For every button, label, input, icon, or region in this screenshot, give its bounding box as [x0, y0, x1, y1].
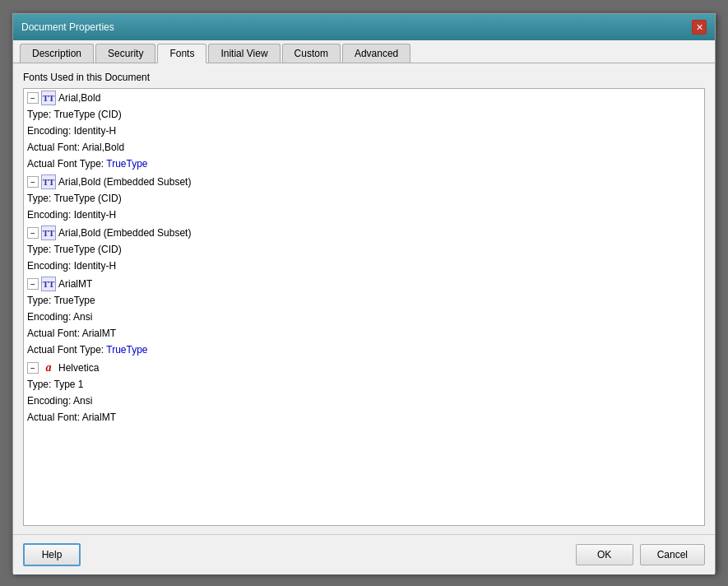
font-prop-0-0: Type: TrueType (CID) [24, 106, 704, 123]
title-bar: Document Properties ✕ [13, 14, 715, 40]
font-item-2: −TTArial,Bold (Embedded Subset)Type: Tru… [24, 224, 704, 275]
font-prop-1-1: Encoding: Identity-H [24, 207, 704, 223]
tab-advanced[interactable]: Advanced [342, 44, 410, 63]
font-item-1: −TTArial,Bold (Embedded Subset)Type: Tru… [24, 173, 704, 224]
font-prop-4-1: Encoding: Ansi [24, 393, 704, 409]
font-row-2[interactable]: −TTArial,Bold (Embedded Subset) [24, 225, 704, 241]
button-bar: Help OK Cancel [13, 534, 715, 574]
font-name-4: Helvetica [58, 362, 99, 374]
document-properties-dialog: Document Properties ✕ DescriptionSecurit… [12, 13, 716, 573]
font-item-4: −aHelveticaType: Type 1Encoding: AnsiAct… [24, 359, 704, 426]
font-prop-0-2: Actual Font: Arial,Bold [24, 139, 704, 156]
font-row-3[interactable]: −TTArialMT [24, 276, 704, 292]
font-icon-4: a [41, 360, 56, 375]
font-prop-4-2: Actual Font: ArialMT [24, 409, 704, 426]
font-icon-1: TT [41, 174, 56, 189]
fonts-tree: −TTArial,BoldType: TrueType (CID)Encodin… [23, 88, 705, 526]
tab-security[interactable]: Security [95, 44, 155, 63]
content-area: Fonts Used in this Document −TTArial,Bol… [13, 63, 715, 534]
collapse-btn-4[interactable]: − [27, 362, 39, 374]
font-prop-3-1: Encoding: Ansi [24, 309, 704, 325]
tab-custom[interactable]: Custom [282, 44, 341, 63]
font-name-3: ArialMT [58, 278, 92, 290]
font-icon-0: TT [41, 91, 56, 105]
font-prop-1-0: Type: TrueType (CID) [24, 190, 704, 207]
font-row-4[interactable]: −aHelvetica [24, 360, 704, 376]
tabs-container: DescriptionSecurityFontsInitial ViewCust… [13, 40, 715, 63]
font-prop-2-1: Encoding: Identity-H [24, 258, 704, 274]
ok-button[interactable]: OK [576, 544, 633, 565]
font-item-3: −TTArialMTType: TrueTypeEncoding: AnsiAc… [24, 275, 704, 359]
font-name-1: Arial,Bold (Embedded Subset) [58, 176, 191, 188]
tab-initial-view[interactable]: Initial View [208, 44, 280, 63]
tab-fonts[interactable]: Fonts [157, 44, 206, 63]
font-icon-2: TT [41, 226, 56, 240]
font-icon-3: TT [41, 277, 56, 291]
help-button[interactable]: Help [23, 543, 81, 566]
dialog-title: Document Properties [21, 21, 114, 33]
tab-description[interactable]: Description [20, 44, 94, 63]
font-row-0[interactable]: −TTArial,Bold [24, 90, 704, 106]
font-name-2: Arial,Bold (Embedded Subset) [58, 227, 191, 239]
cancel-button[interactable]: Cancel [640, 544, 705, 565]
tree-scroll-area[interactable]: −TTArial,BoldType: TrueType (CID)Encodin… [24, 89, 704, 525]
font-row-1[interactable]: −TTArial,Bold (Embedded Subset) [24, 174, 704, 190]
font-prop-0-3: Actual Font Type: TrueType [24, 156, 704, 172]
font-prop-3-0: Type: TrueType [24, 292, 704, 309]
close-button[interactable]: ✕ [692, 20, 707, 35]
font-prop-2-0: Type: TrueType (CID) [24, 241, 704, 258]
section-label: Fonts Used in this Document [23, 72, 705, 83]
collapse-btn-3[interactable]: − [27, 278, 39, 290]
font-name-0: Arial,Bold [58, 92, 100, 104]
font-prop-4-0: Type: Type 1 [24, 376, 704, 393]
collapse-btn-2[interactable]: − [27, 227, 39, 239]
collapse-btn-0[interactable]: − [27, 92, 39, 104]
font-prop-3-3: Actual Font Type: TrueType [24, 342, 704, 358]
collapse-btn-1[interactable]: − [27, 176, 39, 188]
font-item-0: −TTArial,BoldType: TrueType (CID)Encodin… [24, 89, 704, 173]
font-prop-0-1: Encoding: Identity-H [24, 123, 704, 139]
font-prop-3-2: Actual Font: ArialMT [24, 325, 704, 342]
